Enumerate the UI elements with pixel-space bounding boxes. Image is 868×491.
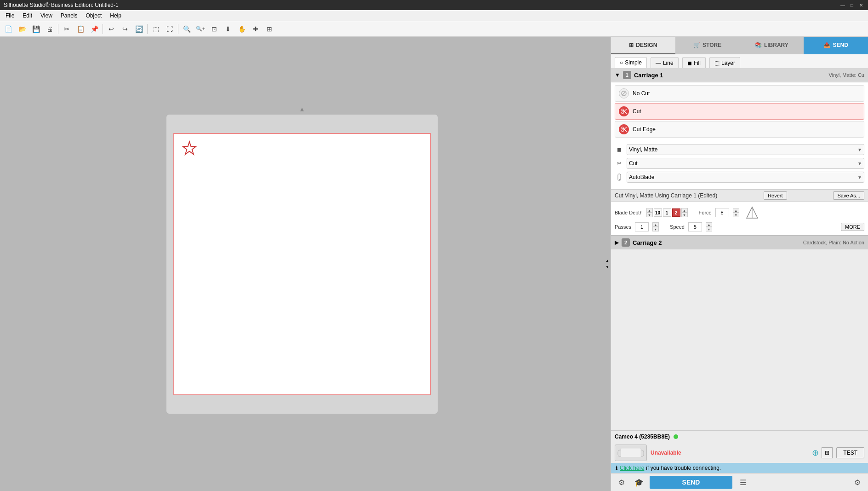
tab-design[interactable]: ⊞ DESIGN (611, 37, 675, 54)
deselect-button[interactable]: ⛶ (163, 23, 176, 35)
passes-down[interactable]: ▼ (652, 227, 659, 231)
menu-panels[interactable]: Panels (57, 12, 81, 20)
tab-library[interactable]: 📚 LIBRARY (740, 37, 804, 54)
send-main-button[interactable]: SEND (650, 476, 732, 489)
test-button[interactable]: TEST (836, 447, 864, 458)
blade-force-row: Blade Depth ▲ ▼ 10 1 2 ▲ ▼ (615, 206, 864, 220)
more-button[interactable]: MORE (841, 223, 864, 231)
zoom-fit-button[interactable]: ⊡ (208, 23, 221, 35)
scroll-up-arrow[interactable]: ▲ (604, 258, 611, 264)
passes-up[interactable]: ▲ (652, 222, 659, 227)
redo-button[interactable]: ↪ (119, 23, 131, 35)
force-up[interactable]: ▲ (733, 208, 739, 213)
zoom-in-button[interactable]: 🔍+ (194, 23, 207, 35)
open-button[interactable]: 📂 (16, 23, 29, 35)
send-settings-icon[interactable]: ⚙ (615, 475, 628, 489)
menu-file[interactable]: File (2, 12, 18, 20)
nav-cross-icon[interactable]: ⊕ (812, 448, 819, 458)
minimize-button[interactable]: — (839, 2, 846, 8)
blade-depth-up2[interactable]: ▲ (681, 208, 688, 213)
menu-help[interactable]: Help (106, 12, 125, 20)
subtab-simple-label: Simple (625, 59, 642, 66)
grid-button[interactable]: ⊞ (263, 23, 276, 35)
blade-type-value: AutoBlade (629, 174, 654, 180)
material-type-select[interactable]: Vinyl, Matte ▼ (627, 144, 864, 155)
send-gear-icon[interactable]: ⚙ (851, 475, 864, 489)
new-button[interactable]: 📄 (2, 23, 15, 35)
blade-type-icon (615, 173, 624, 182)
blade-depth-dec-spinner[interactable]: ▲ ▼ (646, 208, 653, 217)
speed-label: Speed (670, 224, 685, 230)
scroll-down-button[interactable]: ⬇ (222, 23, 234, 35)
save-as-button[interactable]: Save As... (833, 191, 864, 200)
cut-button-action[interactable]: Cut (615, 103, 864, 120)
speed-up[interactable]: ▲ (706, 222, 712, 227)
carriage2-header-left: ▶ 2 Carriage 2 (615, 238, 662, 247)
blade-depth-up[interactable]: ▲ (646, 208, 653, 213)
cut-settings-bar: Cut Vinyl, Matte Using Carriage 1 (Edite… (611, 189, 868, 202)
device-unavailable-label: Unavailable (651, 450, 681, 456)
subtab-fill[interactable]: ◼ Fill (682, 57, 706, 68)
scroll-down-arrow[interactable]: ▼ (604, 264, 611, 271)
add-point-button[interactable]: ✚ (249, 23, 262, 35)
cut-type-select[interactable]: Cut ▼ (627, 158, 864, 169)
carriage1-header[interactable]: ▼ 1 Carriage 1 Vinyl, Matte: Cu (611, 68, 868, 82)
cut-edge-icon (619, 124, 629, 134)
cut-edge-button[interactable]: Cut Edge (615, 121, 864, 138)
cut-type-row: ✂ Cut ▼ (615, 158, 864, 169)
force-spinner[interactable]: ▲ ▼ (733, 208, 739, 217)
cut-actions: No Cut Cut Cut Edge (611, 82, 868, 140)
info-link[interactable]: Click here (620, 465, 644, 471)
cut-button[interactable]: ✂ (60, 23, 73, 35)
paste-button[interactable]: 📌 (88, 23, 101, 35)
tab-send[interactable]: 📤 SEND (804, 37, 868, 54)
speed-spinner[interactable]: ▲ ▼ (706, 222, 712, 231)
undo-button[interactable]: ↩ (105, 23, 118, 35)
close-button[interactable]: ✕ (858, 2, 864, 8)
carriage2-header[interactable]: ▶ 2 Carriage 2 Cardstock, Plain: No Acti… (611, 235, 868, 249)
bottom-toolbar: ⚙ 🎓 SEND ☰ ⚙ (611, 473, 868, 491)
send-list-icon[interactable]: ☰ (736, 475, 750, 489)
blade-force-settings: Blade Depth ▲ ▼ 10 1 2 ▲ ▼ (611, 202, 868, 235)
canvas-area: ▲ ▲ ▼ (0, 37, 611, 491)
svg-rect-16 (621, 448, 641, 457)
subtab-simple[interactable]: ○ Simple (615, 57, 647, 68)
select-all-button[interactable]: ⬚ (149, 23, 162, 35)
blade-depth-inc-spinner[interactable]: ▲ ▼ (681, 208, 688, 217)
blade-depth-down2[interactable]: ▼ (681, 213, 688, 217)
blade-diagram-icon (744, 206, 760, 219)
pan-button[interactable]: ✋ (235, 23, 248, 35)
device-grid-button[interactable]: ⊞ (822, 447, 833, 458)
maximize-button[interactable]: □ (849, 2, 855, 8)
copy-button[interactable]: 📋 (74, 23, 87, 35)
send-help-icon[interactable]: 🎓 (632, 475, 646, 489)
mat-scroll-up[interactable]: ▲ (299, 105, 305, 113)
refresh-button[interactable]: 🔄 (132, 23, 145, 35)
no-cut-button[interactable]: No Cut (615, 85, 864, 102)
info-bar: ℹ Click here if you have trouble connect… (611, 463, 868, 473)
menu-view[interactable]: View (37, 12, 56, 20)
sub-tabs: ○ Simple — Line ◼ Fill ⬚ Layer (611, 54, 868, 68)
zoom-out-button[interactable]: 🔍 (180, 23, 193, 35)
force-label: Force (699, 210, 712, 215)
blade-depth-down[interactable]: ▼ (646, 213, 653, 217)
menu-edit[interactable]: Edit (19, 12, 36, 20)
passes-spinner[interactable]: ▲ ▼ (652, 222, 659, 231)
subtab-layer[interactable]: ⬚ Layer (709, 57, 740, 68)
speed-down[interactable]: ▼ (706, 227, 712, 231)
subtab-line[interactable]: — Line (651, 57, 679, 68)
menu-object[interactable]: Object (82, 12, 106, 20)
device-preview-image (617, 446, 645, 459)
blade-segment-2: 2 (672, 208, 680, 217)
blade-type-select[interactable]: AutoBlade ▼ (627, 172, 864, 183)
star-shape[interactable] (181, 140, 198, 158)
carriage1-expand-icon: ▼ (615, 72, 620, 78)
tab-store[interactable]: 🛒 STORE (675, 37, 740, 54)
force-down[interactable]: ▼ (733, 213, 739, 217)
blade-segment-1: 1 (663, 208, 671, 217)
revert-button[interactable]: Revert (764, 191, 787, 200)
subtab-fill-label: Fill (694, 60, 701, 66)
save-button[interactable]: 💾 (29, 23, 42, 35)
blade-depth-label: Blade Depth (615, 210, 643, 215)
print-button[interactable]: 🖨 (43, 23, 56, 35)
